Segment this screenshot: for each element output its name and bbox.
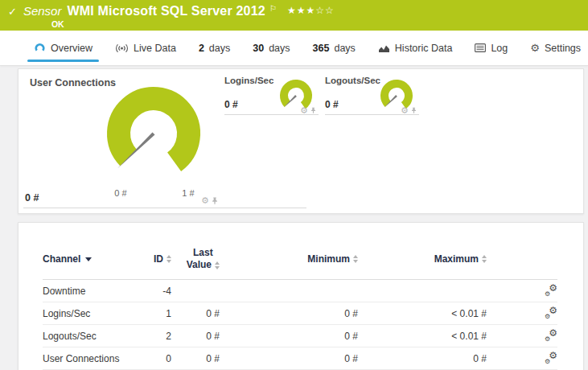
column-label: Value xyxy=(187,259,212,271)
tab-settings[interactable]: ⚙ Settings xyxy=(519,31,588,65)
channel-id: -4 xyxy=(139,286,171,297)
page-content: User Connections 0 # 1 # 0 # ⚙ Logins/Se… xyxy=(0,66,588,370)
logouts-value: 0 # xyxy=(325,99,339,110)
channel-last-value: 0 # xyxy=(171,331,220,342)
flag-icon[interactable]: ⚐ xyxy=(269,4,277,13)
logins-divider xyxy=(224,114,319,115)
gauge-scale-max: 1 # xyxy=(175,188,202,198)
channel-name: User Connections xyxy=(43,353,139,364)
column-header-id[interactable]: ID xyxy=(139,253,171,265)
tab-label: Historic Data xyxy=(395,43,453,54)
channel-settings-gears-icon[interactable]: ⚙⚙ xyxy=(545,352,557,364)
object-kind-label: Sensor xyxy=(23,4,62,18)
sort-arrows-icon xyxy=(482,255,487,263)
tab-365-days[interactable]: 365 days xyxy=(302,31,367,65)
user-connections-gauge xyxy=(101,80,206,195)
gauges-panel: User Connections 0 # 1 # 0 # ⚙ Logins/Se… xyxy=(18,68,584,214)
priority-stars[interactable]: ★★★☆☆ xyxy=(287,5,335,16)
tab-number: 365 xyxy=(313,43,330,54)
column-header-channel[interactable]: Channel xyxy=(43,253,139,265)
channel-settings-gear-icon[interactable]: ⚙ xyxy=(201,196,209,205)
channel-last-value: 0 # xyxy=(171,353,220,364)
tab-label: Live Data xyxy=(134,43,176,54)
sort-caret-icon xyxy=(85,257,92,261)
tab-historic-data[interactable]: Historic Data xyxy=(367,31,464,65)
channel-name: Logouts/Sec xyxy=(43,331,139,342)
pin-icon[interactable] xyxy=(310,107,316,114)
prtg-sensor-page: ✓ Sensor WMI Microsoft SQL Server 2012 ⚐… xyxy=(0,0,588,370)
area-chart-icon xyxy=(378,43,390,53)
tab-2-days[interactable]: 2 days xyxy=(187,31,241,65)
table-row[interactable]: Logouts/Sec 2 0 # 0 # < 0.01 # ⚙⚙ xyxy=(43,325,557,347)
table-row[interactable]: Downtime -4 ⚙⚙ xyxy=(43,280,557,302)
channels-table-panel: Channel ID Last Value Minimum xyxy=(18,222,584,370)
tab-live-data[interactable]: Live Data xyxy=(104,31,187,65)
main-gauge-divider xyxy=(23,208,306,208)
tab-number: 2 xyxy=(199,43,204,54)
channel-maximum: 0 # xyxy=(358,353,487,364)
sensor-header: ✓ Sensor WMI Microsoft SQL Server 2012 ⚐… xyxy=(0,0,588,31)
gauge-icon xyxy=(34,43,46,53)
gauge-scale-min: 0 # xyxy=(107,188,134,198)
tab-label: days xyxy=(269,43,290,54)
stars-empty: ☆☆ xyxy=(315,5,335,16)
column-label: ID xyxy=(154,253,163,265)
tab-bar: Overview Live Data 2 days 30 days 365 da… xyxy=(0,31,588,66)
tab-30-days[interactable]: 30 days xyxy=(241,31,301,65)
tab-label: days xyxy=(334,43,355,54)
table-row[interactable]: User Connections 0 0 # 0 # 0 # ⚙⚙ xyxy=(43,347,557,370)
title-line: Sensor WMI Microsoft SQL Server 2012 ⚐ ★… xyxy=(23,4,335,18)
main-gauge-value: 0 # xyxy=(25,192,39,204)
table-row[interactable]: Logins/Sec 1 0 # 0 # < 0.01 # ⚙⚙ xyxy=(43,302,557,325)
channel-name: Downtime xyxy=(43,286,139,297)
pin-icon[interactable] xyxy=(411,107,417,114)
channel-minimum: 0 # xyxy=(220,308,358,319)
page-title: WMI Microsoft SQL Server 2012 xyxy=(67,4,265,18)
live-data-icon xyxy=(115,43,129,53)
log-list-icon xyxy=(475,43,486,52)
sensor-status-text: OK xyxy=(51,19,335,29)
tab-overview[interactable]: Overview xyxy=(23,31,104,65)
stars-filled: ★★★ xyxy=(287,5,315,16)
channel-id: 1 xyxy=(139,308,171,319)
column-header-last-value[interactable]: Last Value xyxy=(171,247,220,271)
column-label: Maximum xyxy=(434,253,479,265)
sensor-title-block: Sensor WMI Microsoft SQL Server 2012 ⚐ ★… xyxy=(23,4,335,29)
channel-id: 2 xyxy=(139,331,171,342)
main-gauge-actions: ⚙ xyxy=(201,196,218,205)
channel-settings-gears-icon[interactable]: ⚙⚙ xyxy=(545,285,557,297)
tab-number: 30 xyxy=(253,43,264,54)
column-label: Last xyxy=(193,247,213,259)
column-label: Minimum xyxy=(307,253,350,265)
channel-last-value: 0 # xyxy=(171,308,220,319)
table-header-row: Channel ID Last Value Minimum xyxy=(43,223,557,280)
channel-name: Logins/Sec xyxy=(43,308,139,319)
channel-minimum: 0 # xyxy=(220,353,358,364)
tab-label: Overview xyxy=(51,43,93,54)
logins-gauge-cell: Logins/Sec 0 # ⚙ xyxy=(224,76,319,121)
status-check-icon: ✓ xyxy=(8,6,17,18)
channel-minimum: 0 # xyxy=(220,331,358,342)
tab-label: days xyxy=(209,43,230,54)
gear-icon: ⚙ xyxy=(530,43,540,53)
tab-label: Log xyxy=(491,43,508,54)
logouts-divider xyxy=(325,114,419,115)
tab-log[interactable]: Log xyxy=(463,31,519,65)
channel-id: 0 xyxy=(139,353,171,364)
logins-value: 0 # xyxy=(224,99,238,110)
channel-settings-gears-icon[interactable]: ⚙⚙ xyxy=(545,307,557,319)
logouts-gauge-cell: Logouts/Sec 0 # ⚙ xyxy=(325,76,420,121)
channel-maximum: < 0.01 # xyxy=(358,331,487,342)
column-header-minimum[interactable]: Minimum xyxy=(220,253,358,265)
pin-icon[interactable] xyxy=(212,197,218,205)
channel-maximum: < 0.01 # xyxy=(358,308,487,319)
channel-settings-gears-icon[interactable]: ⚙⚙ xyxy=(545,330,557,342)
tab-label: Settings xyxy=(545,43,581,54)
column-header-maximum[interactable]: Maximum xyxy=(358,253,487,265)
column-label: Channel xyxy=(43,253,80,265)
